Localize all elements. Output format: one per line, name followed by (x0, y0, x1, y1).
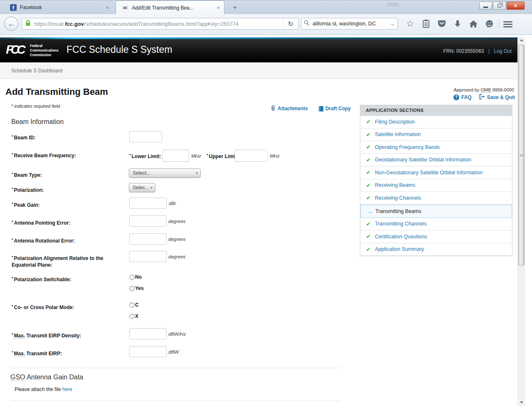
beam-type-select[interactable]: Select...▾ (129, 168, 201, 178)
check-icon: ✔ (366, 195, 375, 201)
current-section-arrow-icon: → (367, 208, 375, 215)
sidebar-item-transmitting-channels[interactable]: ✔Transmitting Channels (360, 218, 512, 231)
tab-title: Add/Edit Transmitting Bea... (132, 5, 214, 11)
reload-button[interactable]: ↻ (283, 18, 298, 29)
polarization-select[interactable]: Selec...▾ (129, 183, 155, 192)
dropdown-arrow-icon: ▾ (150, 186, 153, 190)
lower-limit-label: *Lower Limit: (129, 153, 161, 159)
logout-link[interactable]: Log Out (494, 48, 512, 54)
receive-beam-frequency-label: *Receive Beam Frequency: (12, 151, 127, 159)
save-quit-link[interactable]: Save & Quit (479, 94, 515, 101)
peak-gain-label: *Peak Gain: (12, 201, 127, 208)
browser-tab-bar: f Facebook × FC Add/Edit Transmitting Be… (0, 0, 532, 14)
url-bar[interactable]: https://lmuat.fcc.gov/schedules/secure/a… (22, 18, 298, 30)
omb-approval: Approved by OMB 9999-0000 (453, 87, 514, 92)
radio-label: No (135, 274, 142, 280)
max-transmit-eirp-input[interactable] (129, 346, 167, 357)
breadcrumb[interactable]: Schedule S Dashboard (11, 68, 62, 74)
upper-limit-unit: MHz (270, 153, 280, 158)
close-button[interactable]: ✕ (507, 2, 525, 10)
tab-close-icon[interactable]: × (217, 5, 220, 11)
sidebar-item-non-geostationary-orbital-info[interactable]: ✔Non-Geostationary Satellite Orbital Inf… (360, 166, 512, 179)
polarization-alignment-unit: degrees (168, 254, 186, 259)
max-transmit-eirp-density-input[interactable] (129, 328, 167, 339)
max-transmit-eirp-unit: dBW (168, 349, 179, 354)
tab-close-icon[interactable]: × (106, 5, 109, 11)
gso-attach-line: Please attach the file here (15, 386, 72, 392)
sidebar-item-geostationary-orbital-info[interactable]: ✔Geostationary Satellite Orbital Informa… (360, 154, 512, 167)
sidebar-item-receiving-beams[interactable]: ✔Receiving Beams (360, 179, 512, 192)
dropdown-arrow-icon: ▾ (196, 171, 198, 175)
polarization-switchable-yes-radio[interactable] (129, 286, 135, 291)
page-scrollbar[interactable] (517, 37, 525, 406)
check-icon: ✔ (366, 119, 375, 125)
search-go-icon[interactable]: → (389, 20, 395, 27)
attachments-link[interactable]: Attachments (270, 105, 308, 112)
antenna-pointing-error-label: *Antenna Pointing Error: (12, 218, 127, 226)
beam-information-heading: Beam Information (11, 118, 64, 126)
peak-gain-unit: dBi (169, 201, 176, 206)
max-transmit-eirp-density-label: *Max. Transmit EIRP Density: (12, 331, 127, 339)
sidebar-item-transmitting-beams[interactable]: →Transmitting Beams (360, 205, 512, 218)
tab-add-edit-transmitting-beams[interactable]: FC Add/Edit Transmitting Bea... × (116, 0, 224, 15)
question-circle-icon: ? (453, 94, 459, 100)
antenna-rotational-error-unit: degrees (168, 237, 186, 242)
search-input[interactable] (312, 20, 389, 27)
sidebar-item-satellite-information[interactable]: ✔Satellite Information (360, 129, 512, 141)
restore-button[interactable] (493, 2, 506, 10)
sidebar-item-certification-questions[interactable]: ✔Certification Questions (360, 230, 512, 243)
application-sections-header: APPLICATION SECTIONS (360, 105, 512, 116)
sidebar-item-receiving-channels[interactable]: ✔Receiving Channels (360, 192, 512, 205)
back-button[interactable]: ← (4, 17, 18, 31)
section-divider (10, 368, 341, 368)
new-tab-button[interactable]: + (229, 3, 240, 12)
peak-gain-input[interactable] (129, 198, 167, 209)
frn-label: FRN: 0023555063 (443, 48, 484, 54)
beam-id-label: *Beam ID: (12, 133, 127, 141)
search-bar[interactable]: → (301, 18, 398, 30)
upper-limit-input[interactable] (234, 150, 268, 162)
check-icon: ✔ (366, 182, 375, 188)
copolar-x-radio[interactable] (129, 314, 135, 319)
antenna-pointing-error-input[interactable] (129, 215, 167, 227)
window-grip (387, 3, 399, 7)
beam-id-input[interactable] (129, 131, 162, 142)
menu-icon[interactable] (501, 19, 515, 29)
check-icon: ✔ (366, 157, 375, 163)
copolar-c-radio[interactable] (129, 302, 135, 308)
download-icon[interactable] (450, 20, 466, 28)
faq-link[interactable]: ? FAQ (453, 94, 472, 100)
polarization-switchable-no-radio[interactable] (129, 275, 135, 280)
sidebar-item-filing-description[interactable]: ✔Filing Description (360, 116, 512, 129)
hello-smiley-icon[interactable] (481, 20, 497, 28)
max-transmit-eirp-density-unit: dBW/Hz (168, 332, 186, 337)
minimize-button[interactable] (479, 2, 492, 10)
gso-antenna-gain-heading: GSO Antenna Gain Data (10, 374, 83, 381)
sidebar-item-application-summary[interactable]: ✔Application Summary (360, 243, 512, 256)
lower-limit-input[interactable] (162, 150, 189, 162)
site-header: FCC Federal Communications Commission FC… (0, 39, 517, 62)
polarization-alignment-input[interactable] (129, 251, 167, 262)
reload-icon: ↻ (288, 20, 293, 28)
url-text: https://lmuat.fcc.gov/schedules/secure/a… (31, 21, 283, 27)
sidebar-item-operating-frequency-bands[interactable]: ✔Operating Frequency Bands (360, 141, 512, 154)
tab-facebook[interactable]: f Facebook × (2, 0, 113, 15)
antenna-rotational-error-input[interactable] (129, 233, 167, 245)
scrollbar-thumb[interactable] (518, 45, 525, 265)
lock-icon (25, 20, 31, 28)
exit-icon (479, 94, 485, 101)
antenna-rotational-error-label: *Antenna Rotational Error: (12, 236, 127, 244)
home-icon[interactable] (466, 20, 481, 28)
check-icon: ✔ (366, 131, 375, 138)
upper-limit-label: *Upper Limit: (207, 153, 238, 159)
scrollbar-down-icon[interactable] (518, 399, 525, 406)
draft-copy-link[interactable]: Draft Copy (319, 106, 351, 111)
bookmark-star-icon[interactable]: ☆ (402, 18, 418, 29)
bookmarks-menu-icon[interactable] (418, 19, 434, 28)
pocket-icon[interactable] (434, 20, 450, 28)
application-sections-panel: APPLICATION SECTIONS ✔Filing Description… (360, 105, 512, 256)
paperclip-icon (270, 105, 276, 112)
scrollbar-up-icon[interactable] (518, 37, 525, 44)
polarization-alignment-label: *Polarization Alignment Relative to the … (12, 254, 119, 268)
attach-here-link[interactable]: here (62, 386, 72, 392)
